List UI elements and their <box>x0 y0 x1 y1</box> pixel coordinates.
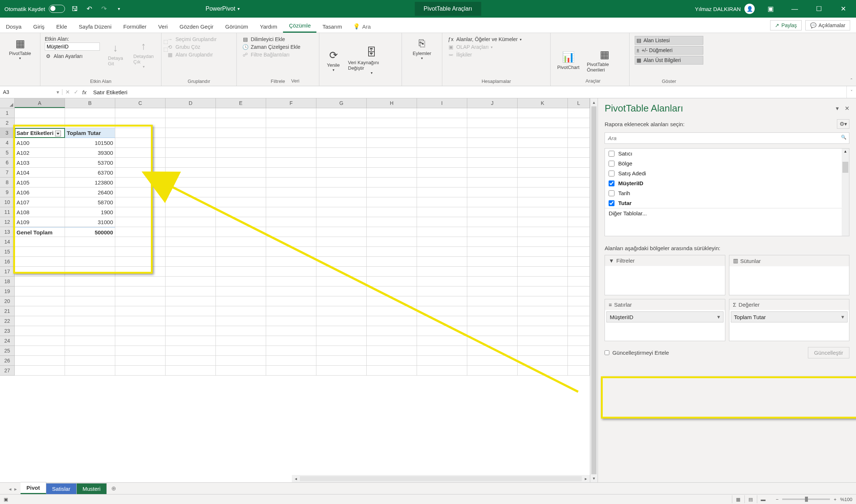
cell[interactable] <box>115 346 166 356</box>
cell[interactable] <box>115 306 166 316</box>
new-sheet-button[interactable]: ⊕ <box>107 483 120 494</box>
cell[interactable] <box>568 296 590 306</box>
cell[interactable] <box>417 108 467 118</box>
cell[interactable] <box>316 356 367 366</box>
cell[interactable] <box>166 346 216 356</box>
cell[interactable] <box>467 247 518 257</box>
tell-me-search[interactable]: 💡 Ara <box>348 19 376 33</box>
cell[interactable] <box>115 217 166 227</box>
cell[interactable] <box>467 187 518 197</box>
cell[interactable] <box>216 158 266 168</box>
horizontal-scrollbar[interactable]: ◂ ▸ <box>292 475 590 482</box>
field-checkbox[interactable] <box>609 161 614 167</box>
cell[interactable] <box>266 237 316 247</box>
zoom-in-icon[interactable]: + <box>834 497 837 502</box>
cell[interactable] <box>568 118 590 128</box>
cell[interactable] <box>166 356 216 366</box>
cell[interactable] <box>367 277 417 286</box>
cell[interactable] <box>65 316 115 326</box>
cell[interactable] <box>15 326 65 336</box>
ribbon-display-icon[interactable]: ▣ <box>762 0 779 18</box>
cell[interactable] <box>518 108 568 118</box>
name-box[interactable]: A3▾ <box>0 89 62 95</box>
cell[interactable] <box>115 296 166 306</box>
cell[interactable] <box>15 277 65 286</box>
zoom-value[interactable]: %100 <box>840 497 852 502</box>
cell[interactable] <box>316 346 367 356</box>
cell[interactable] <box>367 237 417 247</box>
cell[interactable] <box>568 286 590 296</box>
cell[interactable] <box>166 187 216 197</box>
cell[interactable] <box>467 118 518 128</box>
field-checkbox[interactable] <box>609 190 614 196</box>
row-header[interactable]: 5 <box>0 148 15 158</box>
cell[interactable] <box>166 108 216 118</box>
cell[interactable] <box>266 366 316 376</box>
cell[interactable] <box>316 187 367 197</box>
vertical-scrollbar[interactable]: ▴ ▾ <box>590 98 598 482</box>
cell[interactable] <box>65 247 115 257</box>
rows-drop-area[interactable]: ≡Satırlar MüşteriID▾ <box>605 299 725 341</box>
cell[interactable] <box>417 128 467 138</box>
cell[interactable] <box>15 267 65 277</box>
cell[interactable] <box>65 118 115 128</box>
cell[interactable] <box>115 267 166 277</box>
tab-view[interactable]: Görünüm <box>220 20 254 33</box>
cell[interactable] <box>266 207 316 217</box>
cell[interactable] <box>216 197 266 207</box>
cell[interactable] <box>166 286 216 296</box>
cell[interactable] <box>316 168 367 178</box>
cell[interactable] <box>166 138 216 148</box>
cell[interactable] <box>316 108 367 118</box>
cell[interactable]: A105 <box>15 178 65 187</box>
cell[interactable] <box>467 296 518 306</box>
cell[interactable] <box>367 178 417 187</box>
cell[interactable] <box>568 168 590 178</box>
cell[interactable] <box>115 148 166 158</box>
cell[interactable] <box>417 168 467 178</box>
cell[interactable]: 53700 <box>65 158 115 168</box>
collapse-ribbon-icon[interactable]: ˆ <box>850 78 852 84</box>
cell[interactable] <box>166 158 216 168</box>
cell[interactable] <box>65 346 115 356</box>
cell[interactable] <box>65 237 115 247</box>
cell[interactable] <box>568 138 590 148</box>
cell[interactable] <box>115 227 166 237</box>
cell[interactable] <box>316 267 367 277</box>
row-header[interactable]: 4 <box>0 138 15 148</box>
cell[interactable] <box>115 128 166 138</box>
row-header[interactable]: 13 <box>0 227 15 237</box>
cell[interactable] <box>115 336 166 346</box>
cell[interactable] <box>166 128 216 138</box>
row-header[interactable]: 24 <box>0 336 15 346</box>
cell[interactable] <box>216 326 266 336</box>
cell[interactable] <box>316 286 367 296</box>
row-header[interactable]: 10 <box>0 197 15 207</box>
cell[interactable] <box>266 346 316 356</box>
cell[interactable] <box>216 277 266 286</box>
cell[interactable] <box>316 336 367 346</box>
row-header[interactable]: 1 <box>0 108 15 118</box>
row-header[interactable]: 17 <box>0 267 15 277</box>
cell[interactable] <box>65 326 115 336</box>
cell[interactable] <box>417 356 467 366</box>
cell[interactable] <box>115 207 166 217</box>
filters-drop-area[interactable]: ▼Filtreler <box>605 255 725 295</box>
pivotchart-button[interactable]: 📊 PivotChart <box>554 34 583 85</box>
sheet-tab-musteri[interactable]: Musteri <box>77 483 107 494</box>
cell[interactable] <box>15 356 65 366</box>
cell[interactable] <box>367 207 417 217</box>
cell[interactable] <box>467 336 518 346</box>
cell[interactable] <box>266 257 316 267</box>
field-list[interactable]: ▴ Satıcı Bölge Satış Adedi MüşteriID Tar… <box>605 148 849 236</box>
change-data-source-button[interactable]: 🗄 Veri Kaynağını Değiştir▾ <box>344 34 399 85</box>
cell[interactable]: 31000 <box>65 217 115 227</box>
field-checkbox[interactable] <box>609 200 614 206</box>
cell[interactable] <box>367 346 417 356</box>
field-checkbox[interactable] <box>609 180 614 186</box>
cell[interactable]: 1900 <box>65 207 115 217</box>
cell[interactable] <box>467 257 518 267</box>
cell[interactable] <box>568 187 590 197</box>
cell[interactable] <box>15 346 65 356</box>
cell[interactable] <box>417 286 467 296</box>
